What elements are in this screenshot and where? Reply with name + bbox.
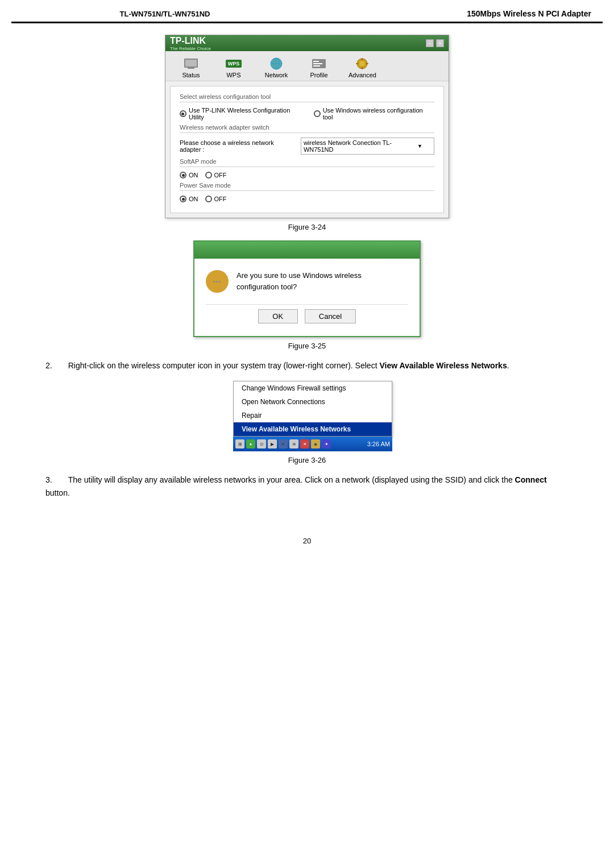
svg-rect-14 — [362, 67, 363, 69]
radio-tplink-dot — [180, 110, 186, 117]
svg-rect-1 — [185, 60, 197, 67]
step-2-text1: Right-click on the wireless computer ico… — [68, 361, 380, 370]
config-tool-options: Use TP-LINK Wireless Configuration Utili… — [180, 107, 434, 121]
figure-25-caption: Figure 3-25 — [45, 342, 569, 350]
context-menu-wrapper: Change Windows Firewall settings Open Ne… — [199, 381, 415, 451]
dialog-ok-button[interactable]: OK — [258, 309, 298, 323]
tplink-nav: Status WPS WPS Network — [165, 51, 449, 81]
taskbar-icon-1: ⊞ — [235, 439, 244, 448]
nav-status-label: Status — [182, 72, 200, 78]
figure-26-caption: Figure 3-26 — [45, 456, 569, 464]
network-icon — [268, 57, 284, 70]
radio-windows-label: Use Windows wireless configuration tool — [323, 107, 434, 121]
svg-rect-9 — [313, 63, 322, 64]
nav-status[interactable]: Status — [171, 55, 211, 81]
nav-profile[interactable]: Profile — [299, 55, 339, 81]
step-3-text1: The utility will display any available w… — [68, 475, 515, 484]
radio-windows[interactable]: Use Windows wireless configuration tool — [314, 107, 434, 121]
softap-options: ON OFF — [180, 172, 434, 178]
power-off-label: OFF — [214, 196, 227, 202]
config-tool-label: Select wireless configuration tool — [180, 93, 434, 102]
power-off[interactable]: OFF — [205, 196, 227, 202]
menu-item-view-wireless[interactable]: View Available Wireless Networks — [234, 422, 392, 436]
step-2-number: 2. — [45, 359, 52, 372]
power-on-label: ON — [189, 196, 198, 202]
dialog-cancel-button[interactable]: Cancel — [305, 309, 356, 323]
product-name: 150Mbps Wireless N PCI Adapter — [307, 9, 591, 18]
figure-24-caption: Figure 3-24 — [45, 223, 569, 231]
dialog-body: Are you sure to use Windows wireless con… — [194, 259, 420, 336]
wps-icon: WPS — [226, 57, 242, 70]
dropdown-arrow-icon: ▼ — [417, 143, 422, 149]
taskbar-icon-9: ✦ — [322, 439, 331, 448]
window-controls[interactable]: − × — [426, 39, 444, 47]
taskbar-time: 3:26 AM — [367, 441, 390, 447]
adapter-prompt: Please choose a wireless network adapter… — [180, 139, 296, 153]
softap-on-dot — [180, 172, 186, 178]
menu-item-firewall[interactable]: Change Windows Firewall settings — [234, 381, 392, 395]
adapter-select[interactable]: wireless Network Conection TL-WN751ND ▼ — [301, 138, 434, 155]
step-2-text: Right-click on the wireless computer ico… — [68, 361, 509, 370]
svg-rect-16 — [366, 63, 368, 64]
taskbar-icon-7: ✕ — [300, 439, 309, 448]
dialog-box: Are you sure to use Windows wireless con… — [193, 240, 421, 337]
step-2-para: 2. Right-click on the wireless computer … — [45, 359, 569, 372]
tplink-logo: TP-LINK The Reliable Choice — [170, 36, 211, 51]
nav-wps[interactable]: WPS WPS — [214, 55, 254, 81]
taskbar-icon-2: ♦ — [246, 439, 255, 448]
svg-rect-15 — [356, 63, 359, 64]
page-header: TL-WN751N/TL-WN751ND 150Mbps Wireless N … — [11, 6, 603, 23]
profile-icon — [311, 57, 327, 70]
close-button[interactable]: × — [436, 39, 444, 47]
taskbar-icon-4: ▶ — [268, 439, 277, 448]
softap-off[interactable]: OFF — [205, 172, 227, 178]
taskbar: ⊞ ♦ ⊙ ▶ ≡ ≋ ✕ ◈ ✦ 3:26 AM — [233, 437, 392, 451]
nav-network[interactable]: Network — [256, 55, 296, 81]
dialog-message-row: Are you sure to use Windows wireless con… — [206, 270, 408, 293]
nav-wps-label: WPS — [226, 72, 240, 78]
minimize-button[interactable]: − — [426, 39, 434, 47]
step-3-number: 3. — [45, 474, 52, 486]
softap-off-label: OFF — [214, 172, 227, 178]
tplink-body: Select wireless configuration tool Use T… — [170, 86, 444, 213]
nav-profile-label: Profile — [310, 72, 327, 78]
dialog-line2: configuration tool? — [237, 283, 297, 291]
dialog-header — [194, 242, 420, 259]
menu-item-open-network[interactable]: Open Network Connections — [234, 395, 392, 409]
dialog-line1: Are you sure to use Windows wireless — [237, 271, 362, 280]
step-3-para: 3. The utility will display any availabl… — [45, 474, 569, 499]
adapter-switch-label: Wireless network adapter switch — [180, 124, 434, 133]
radio-tplink[interactable]: Use TP-LINK Wireless Configuration Utili… — [180, 107, 307, 121]
step-2-bold: View Available Wireless Networks — [379, 361, 507, 370]
power-save-options: ON OFF — [180, 196, 434, 202]
advanced-icon — [354, 57, 370, 70]
menu-item-repair[interactable]: Repair — [234, 409, 392, 422]
model-name: TL-WN751N/TL-WN751ND — [23, 10, 307, 18]
taskbar-icon-6: ≋ — [289, 439, 298, 448]
step-3-bold: Connect — [515, 475, 547, 484]
tplink-window: TP-LINK The Reliable Choice − × St — [165, 35, 449, 218]
nav-advanced[interactable]: Advanced — [342, 55, 383, 81]
tplink-titlebar: TP-LINK The Reliable Choice − × — [165, 35, 449, 51]
power-save-label: Power Save mode — [180, 182, 434, 191]
taskbar-icon-5: ≡ — [279, 439, 288, 448]
step-3-text: The utility will display any available w… — [45, 475, 547, 497]
power-on[interactable]: ON — [180, 196, 198, 202]
page-number: 20 — [0, 537, 614, 545]
radio-windows-dot — [314, 110, 321, 117]
adapter-value: wireless Network Conection TL-WN751ND — [304, 139, 417, 153]
step-3-text2: button. — [45, 488, 70, 497]
adapter-row: Please choose a wireless network adapter… — [180, 138, 434, 155]
svg-point-12 — [359, 61, 365, 67]
softap-on[interactable]: ON — [180, 172, 198, 178]
main-content: TP-LINK The Reliable Choice − × St — [0, 23, 614, 520]
taskbar-icon-3: ⊙ — [257, 439, 266, 448]
power-on-dot — [180, 196, 186, 202]
softap-off-dot — [205, 172, 212, 178]
svg-rect-8 — [313, 61, 319, 62]
step-2-text2: . — [507, 361, 509, 370]
softap-on-label: ON — [189, 172, 198, 178]
tp-link-logo-text: TP-LINK The Reliable Choice — [170, 36, 211, 51]
radio-tplink-label: Use TP-LINK Wireless Configuration Utili… — [189, 107, 307, 121]
nav-advanced-label: Advanced — [349, 72, 376, 78]
